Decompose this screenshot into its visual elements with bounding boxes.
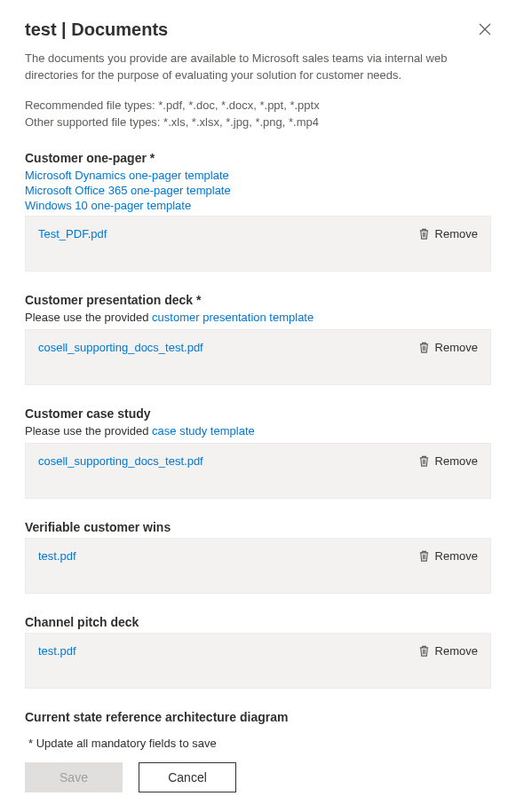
- page-title: test | Documents: [25, 20, 168, 40]
- trash-icon: [418, 645, 430, 657]
- documents-panel: test | Documents The documents you provi…: [0, 0, 516, 812]
- remove-label: Remove: [435, 341, 478, 354]
- remove-button[interactable]: Remove: [418, 644, 478, 658]
- remove-label: Remove: [435, 227, 478, 240]
- case-study-template-link[interactable]: case study template: [152, 424, 255, 438]
- template-link-office365[interactable]: Microsoft Office 365 one-pager template: [25, 184, 491, 197]
- trash-icon: [418, 228, 430, 240]
- panel-header: test | Documents: [0, 0, 516, 49]
- file-card: Test_PDF.pdf Remove: [25, 216, 491, 272]
- section-title: Current state reference architecture dia…: [25, 710, 491, 724]
- section-architecture: Current state reference architecture dia…: [25, 710, 491, 724]
- template-link-windows10[interactable]: Windows 10 one-pager template: [25, 199, 491, 212]
- section-title: Customer presentation deck *: [25, 293, 491, 307]
- panel-footer: * Update all mandatory fields to save Sa…: [0, 724, 516, 812]
- section-channel: Channel pitch deck test.pdf Remove: [25, 615, 491, 689]
- file-card: test.pdf Remove: [25, 538, 491, 594]
- remove-button[interactable]: Remove: [418, 227, 478, 240]
- template-link-dynamics[interactable]: Microsoft Dynamics one-pager template: [25, 169, 491, 182]
- subtitle-prefix: Please use the provided: [25, 424, 152, 438]
- remove-label: Remove: [435, 454, 478, 468]
- close-icon[interactable]: [479, 23, 491, 35]
- section-title: Customer case study: [25, 406, 491, 421]
- presentation-template-link[interactable]: customer presentation template: [152, 311, 314, 324]
- recommended-types: Recommended file types: *.pdf, *.doc, *.…: [25, 97, 491, 114]
- section-title: Verifiable customer wins: [25, 520, 491, 534]
- section-subtitle: Please use the provided case study templ…: [25, 424, 491, 438]
- section-title: Customer one-pager *: [25, 151, 491, 165]
- file-name-link[interactable]: cosell_supporting_docs_test.pdf: [38, 454, 203, 468]
- remove-label: Remove: [435, 644, 478, 658]
- supported-types: Other supported file types: *.xls, *.xls…: [25, 114, 491, 131]
- mandatory-note: * Update all mandatory fields to save: [28, 737, 491, 750]
- file-name-link[interactable]: cosell_supporting_docs_test.pdf: [38, 341, 203, 354]
- save-button[interactable]: Save: [25, 762, 123, 792]
- file-card: cosell_supporting_docs_test.pdf Remove: [25, 329, 491, 385]
- file-name-link[interactable]: test.pdf: [38, 644, 76, 658]
- remove-button[interactable]: Remove: [418, 549, 478, 563]
- subtitle-prefix: Please use the provided: [25, 311, 152, 324]
- remove-button[interactable]: Remove: [418, 454, 478, 468]
- file-card: cosell_supporting_docs_test.pdf Remove: [25, 443, 491, 499]
- trash-icon: [418, 342, 430, 353]
- remove-label: Remove: [435, 549, 478, 563]
- file-card: test.pdf Remove: [25, 633, 491, 689]
- section-one-pager: Customer one-pager * Microsoft Dynamics …: [25, 151, 491, 272]
- section-wins: Verifiable customer wins test.pdf Remove: [25, 520, 491, 594]
- file-name-link[interactable]: Test_PDF.pdf: [38, 227, 107, 240]
- trash-icon: [418, 550, 430, 562]
- file-type-info: Recommended file types: *.pdf, *.doc, *.…: [25, 97, 491, 131]
- section-title: Channel pitch deck: [25, 615, 491, 629]
- intro-text: The documents you provide are available …: [25, 51, 491, 84]
- file-name-link[interactable]: test.pdf: [38, 549, 76, 563]
- trash-icon: [418, 455, 430, 467]
- section-subtitle: Please use the provided customer present…: [25, 311, 491, 324]
- remove-button[interactable]: Remove: [418, 341, 478, 354]
- section-presentation: Customer presentation deck * Please use …: [25, 293, 491, 385]
- button-row: Save Cancel: [25, 762, 491, 792]
- section-case-study: Customer case study Please use the provi…: [25, 406, 491, 499]
- scroll-region[interactable]: The documents you provide are available …: [0, 49, 516, 724]
- cancel-button[interactable]: Cancel: [139, 762, 236, 792]
